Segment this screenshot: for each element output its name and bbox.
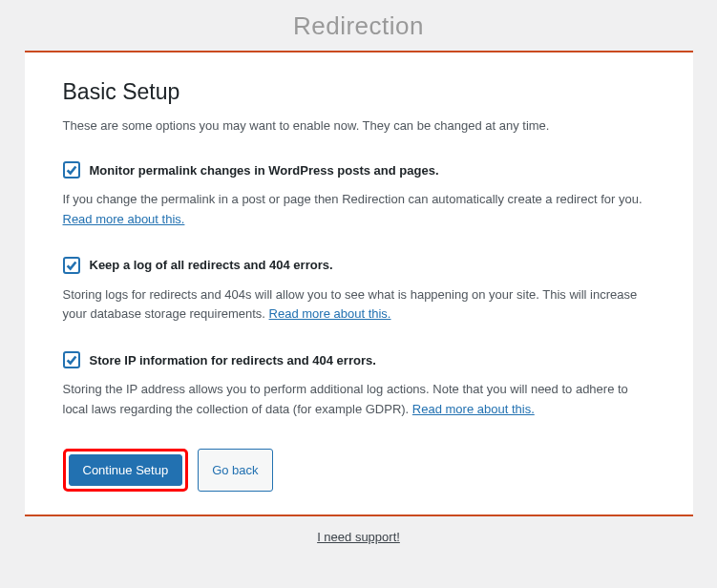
- checkbox-store-ip[interactable]: [63, 351, 80, 368]
- app-title: Redirection: [25, 8, 693, 51]
- option-description: Storing logs for redirects and 404s will…: [63, 285, 655, 326]
- option-label: Store IP information for redirects and 4…: [90, 353, 376, 368]
- option-description: If you change the permalink in a post or…: [63, 190, 655, 230]
- support-link[interactable]: I need support!: [317, 530, 400, 544]
- check-icon: [65, 353, 78, 367]
- footer: I need support!: [25, 516, 693, 557]
- option-store-ip: Store IP information for redirects and 4…: [63, 351, 655, 420]
- page-heading: Basic Setup: [63, 79, 655, 105]
- setup-panel: Basic Setup These are some options you m…: [25, 51, 693, 516]
- check-icon: [65, 259, 78, 272]
- intro-text: These are some options you may want to e…: [63, 118, 655, 133]
- option-description: Storing the IP address allows you to per…: [63, 380, 655, 420]
- read-more-link[interactable]: Read more about this.: [269, 306, 391, 321]
- option-keep-log: Keep a log of all redirects and 404 erro…: [63, 257, 655, 326]
- option-label: Keep a log of all redirects and 404 erro…: [90, 258, 333, 272]
- checkbox-keep-log[interactable]: [63, 257, 80, 274]
- option-label: Monitor permalink changes in WordPress p…: [90, 163, 439, 178]
- option-monitor-permalinks: Monitor permalink changes in WordPress p…: [63, 161, 655, 230]
- checkbox-monitor-permalinks[interactable]: [63, 161, 80, 178]
- check-icon: [65, 163, 78, 177]
- button-row: Continue Setup Go back: [63, 449, 655, 493]
- read-more-link[interactable]: Read more about this.: [412, 402, 535, 416]
- continue-setup-button[interactable]: Continue Setup: [69, 454, 183, 487]
- go-back-button[interactable]: Go back: [198, 449, 272, 493]
- highlight-annotation: Continue Setup: [63, 449, 189, 493]
- read-more-link[interactable]: Read more about this.: [63, 212, 185, 226]
